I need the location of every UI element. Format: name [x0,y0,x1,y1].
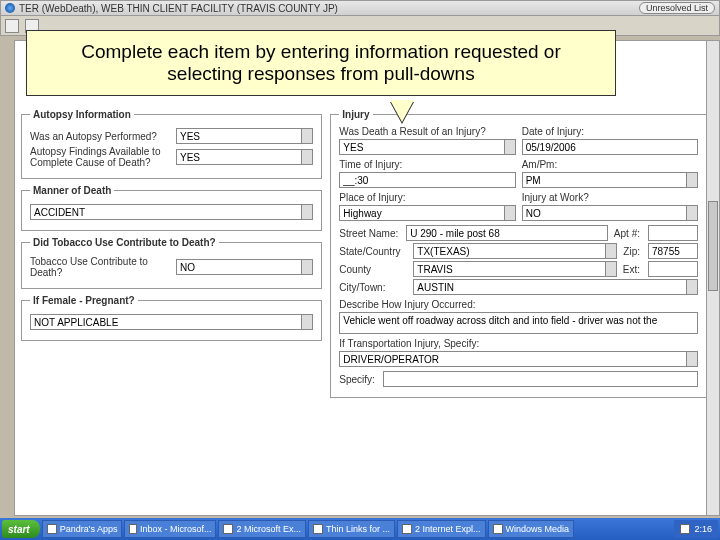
vertical-scrollbar[interactable] [706,40,720,516]
form-content-area: Autopsy Information Was an Autopsy Perfo… [14,40,714,516]
media-icon [493,524,503,534]
injury-work-select[interactable]: NO [522,205,698,221]
zip-label: Zip: [623,246,640,257]
zip-input[interactable]: 78755 [648,243,698,259]
injury-place-select[interactable]: Highway [339,205,515,221]
tray-icon [680,524,690,534]
injury-time-label: Time of Injury: [339,159,515,170]
describe-label: Describe How Injury Occurred: [339,299,698,310]
tobacco-legend: Did Tobacco Use Contribute to Death? [30,237,219,248]
street-input[interactable]: U 290 - mile post 68 [406,225,608,241]
app-logo-icon [5,3,15,13]
pregnant-fieldset: If Female - Pregnant? NOT APPLICABLE [21,295,322,341]
autopsy-legend: Autopsy Information [30,109,134,120]
county-select[interactable]: TRAVIS [413,261,616,277]
specify-label: Specify: [339,374,375,385]
injury-result-label: Was Death a Result of an Injury? [339,126,515,137]
tobacco-fieldset: Did Tobacco Use Contribute to Death? Tob… [21,237,322,289]
start-button[interactable]: start [2,520,40,538]
taskbar-item[interactable]: 2 Internet Expl... [397,520,486,538]
injury-date-input[interactable]: 05/19/2006 [522,139,698,155]
injury-result-select[interactable]: YES [339,139,515,155]
taskbar-item[interactable]: Inbox - Microsof... [124,520,216,538]
autopsy-performed-select[interactable]: YES [176,128,313,144]
injury-place-label: Place of Injury: [339,192,515,203]
autopsy-performed-label: Was an Autopsy Performed? [30,131,170,142]
transport-select[interactable]: DRIVER/OPERATOR [339,351,698,367]
apt-label: Apt #: [614,228,640,239]
injury-time-input[interactable]: __:30 [339,172,515,188]
autopsy-findings-label: Autopsy Findings Available to Complete C… [30,146,170,168]
injury-ampm-label: Am/Pm: [522,159,698,170]
instruction-callout: Complete each item by entering informati… [26,30,616,96]
system-tray[interactable]: 2:16 [674,520,718,538]
doc-icon [313,524,323,534]
taskbar-item[interactable]: 2 Microsoft Ex... [218,520,306,538]
ext-input[interactable] [648,261,698,277]
taskbar-item[interactable]: Pandra's Apps [42,520,123,538]
pregnant-select[interactable]: NOT APPLICABLE [30,314,313,330]
tobacco-select[interactable]: NO [176,259,313,275]
autopsy-findings-select[interactable]: YES [176,149,313,165]
unresolved-list-button[interactable]: Unresolved List [639,2,715,14]
toolbar-icon-1[interactable] [5,19,19,33]
street-label: Street Name: [339,228,398,239]
taskbar-item[interactable]: Thin Links for ... [308,520,395,538]
injury-date-label: Date of Injury: [522,126,698,137]
autopsy-fieldset: Autopsy Information Was an Autopsy Perfo… [21,109,322,179]
state-select[interactable]: TX(TEXAS) [413,243,617,259]
transport-label: If Transportation Injury, Specify: [339,338,698,349]
excel-icon [223,524,233,534]
clock: 2:16 [694,524,712,534]
city-select[interactable]: AUSTIN [413,279,698,295]
app-title: TER (WebDeath), WEB THIN CLIENT FACILITY… [19,3,338,14]
injury-legend: Injury [339,109,372,120]
taskbar-item[interactable]: Windows Media [488,520,575,538]
folder-icon [47,524,57,534]
apt-input[interactable] [648,225,698,241]
manner-fieldset: Manner of Death ACCIDENT [21,185,322,231]
city-label: City/Town: [339,282,405,293]
windows-taskbar: start Pandra's Apps Inbox - Microsof... … [0,518,720,540]
injury-work-label: Injury at Work? [522,192,698,203]
ie-icon [402,524,412,534]
state-label: State/Country [339,246,405,257]
manner-of-death-select[interactable]: ACCIDENT [30,204,313,220]
describe-injury-textarea[interactable]: Vehicle went off roadway across ditch an… [339,312,698,334]
injury-ampm-select[interactable]: PM [522,172,698,188]
tobacco-label: Tobacco Use Contribute to Death? [30,256,170,278]
mail-icon [129,524,136,534]
scrollbar-thumb[interactable] [708,201,718,291]
manner-legend: Manner of Death [30,185,114,196]
ext-label: Ext: [623,264,640,275]
injury-fieldset: Injury Was Death a Result of an Injury? … [330,109,707,398]
specify-input[interactable] [383,371,698,387]
callout-tail [390,100,414,122]
county-label: County [339,264,405,275]
pregnant-legend: If Female - Pregnant? [30,295,138,306]
app-titlebar: TER (WebDeath), WEB THIN CLIENT FACILITY… [0,0,720,16]
